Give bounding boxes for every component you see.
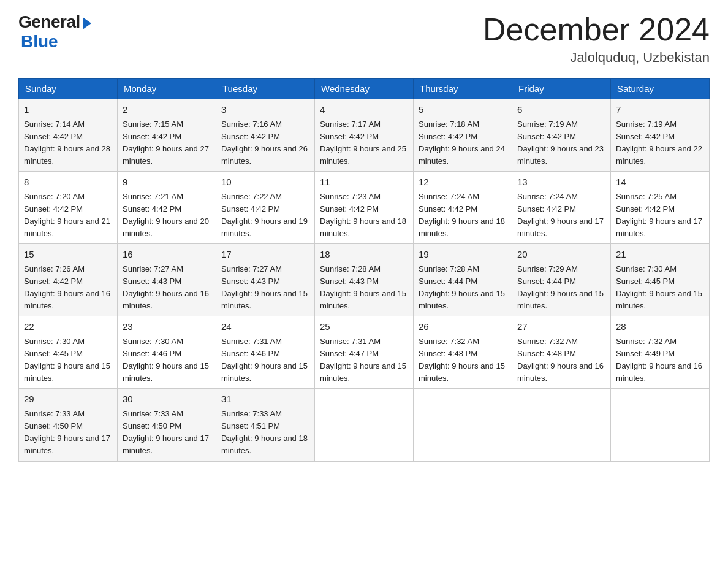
day-number: 26 (419, 320, 507, 334)
calendar-cell: 25 Sunrise: 7:31 AMSunset: 4:47 PMDaylig… (315, 316, 414, 389)
calendar-cell: 7 Sunrise: 7:19 AMSunset: 4:42 PMDayligh… (611, 99, 710, 172)
day-number: 24 (221, 320, 309, 334)
calendar-cell: 12 Sunrise: 7:24 AMSunset: 4:42 PMDaylig… (414, 172, 512, 244)
title-section: December 2024 Jalolquduq, Uzbekistan (483, 12, 710, 66)
calendar-cell: 28 Sunrise: 7:32 AMSunset: 4:49 PMDaylig… (611, 316, 710, 389)
day-info: Sunrise: 7:20 AMSunset: 4:42 PMDaylight:… (24, 192, 110, 238)
day-info: Sunrise: 7:31 AMSunset: 4:46 PMDaylight:… (221, 337, 308, 383)
calendar-cell: 31 Sunrise: 7:33 AMSunset: 4:51 PMDaylig… (216, 389, 315, 461)
day-number: 7 (616, 103, 704, 117)
logo: General Blue (18, 12, 91, 52)
week-row-5: 29 Sunrise: 7:33 AMSunset: 4:50 PMDaylig… (19, 389, 710, 461)
day-number: 30 (123, 393, 211, 407)
header-monday: Monday (118, 79, 216, 99)
day-info: Sunrise: 7:33 AMSunset: 4:50 PMDaylight:… (24, 409, 110, 455)
day-number: 20 (517, 248, 605, 262)
day-info: Sunrise: 7:23 AMSunset: 4:42 PMDaylight:… (320, 192, 406, 238)
logo-general-text: General (18, 12, 80, 32)
day-info: Sunrise: 7:17 AMSunset: 4:42 PMDaylight:… (320, 120, 406, 166)
calendar-cell: 20 Sunrise: 7:29 AMSunset: 4:44 PMDaylig… (512, 244, 611, 316)
day-number: 16 (123, 248, 211, 262)
header-thursday: Thursday (414, 79, 512, 99)
day-info: Sunrise: 7:31 AMSunset: 4:47 PMDaylight:… (320, 337, 406, 383)
header-friday: Friday (512, 79, 611, 99)
day-info: Sunrise: 7:33 AMSunset: 4:51 PMDaylight:… (221, 409, 308, 455)
calendar-table: SundayMondayTuesdayWednesdayThursdayFrid… (18, 78, 710, 461)
logo-arrow-icon (83, 17, 91, 29)
day-number: 28 (616, 320, 704, 334)
calendar-cell (315, 389, 414, 461)
day-number: 13 (517, 175, 605, 190)
header-row: SundayMondayTuesdayWednesdayThursdayFrid… (19, 79, 710, 99)
day-info: Sunrise: 7:30 AMSunset: 4:45 PMDaylight:… (616, 264, 702, 310)
day-number: 5 (419, 103, 507, 117)
day-number: 27 (517, 320, 605, 334)
calendar-cell: 14 Sunrise: 7:25 AMSunset: 4:42 PMDaylig… (611, 172, 710, 244)
day-info: Sunrise: 7:28 AMSunset: 4:43 PMDaylight:… (320, 264, 406, 310)
day-info: Sunrise: 7:16 AMSunset: 4:42 PMDaylight:… (221, 120, 308, 166)
day-info: Sunrise: 7:18 AMSunset: 4:42 PMDaylight:… (419, 120, 505, 166)
week-row-4: 22 Sunrise: 7:30 AMSunset: 4:45 PMDaylig… (19, 316, 710, 389)
calendar-cell: 11 Sunrise: 7:23 AMSunset: 4:42 PMDaylig… (315, 172, 414, 244)
day-number: 8 (24, 175, 112, 190)
calendar-cell: 27 Sunrise: 7:32 AMSunset: 4:48 PMDaylig… (512, 316, 611, 389)
week-row-1: 1 Sunrise: 7:14 AMSunset: 4:42 PMDayligh… (19, 99, 710, 172)
day-info: Sunrise: 7:14 AMSunset: 4:42 PMDaylight:… (24, 120, 110, 166)
calendar-cell: 15 Sunrise: 7:26 AMSunset: 4:42 PMDaylig… (19, 244, 118, 316)
day-info: Sunrise: 7:29 AMSunset: 4:44 PMDaylight:… (517, 264, 604, 310)
day-info: Sunrise: 7:30 AMSunset: 4:45 PMDaylight:… (24, 337, 110, 383)
day-info: Sunrise: 7:32 AMSunset: 4:49 PMDaylight:… (616, 337, 702, 383)
day-info: Sunrise: 7:24 AMSunset: 4:42 PMDaylight:… (419, 192, 505, 238)
day-info: Sunrise: 7:30 AMSunset: 4:46 PMDaylight:… (123, 337, 209, 383)
calendar-cell: 4 Sunrise: 7:17 AMSunset: 4:42 PMDayligh… (315, 99, 414, 172)
calendar-cell: 22 Sunrise: 7:30 AMSunset: 4:45 PMDaylig… (19, 316, 118, 389)
calendar-cell: 13 Sunrise: 7:24 AMSunset: 4:42 PMDaylig… (512, 172, 611, 244)
calendar-cell (414, 389, 512, 461)
day-info: Sunrise: 7:15 AMSunset: 4:42 PMDaylight:… (123, 120, 209, 166)
day-number: 2 (123, 103, 211, 117)
day-info: Sunrise: 7:32 AMSunset: 4:48 PMDaylight:… (419, 337, 505, 383)
day-number: 15 (24, 248, 112, 262)
day-number: 10 (221, 175, 309, 190)
day-info: Sunrise: 7:32 AMSunset: 4:48 PMDaylight:… (517, 337, 604, 383)
day-info: Sunrise: 7:27 AMSunset: 4:43 PMDaylight:… (221, 264, 308, 310)
day-info: Sunrise: 7:19 AMSunset: 4:42 PMDaylight:… (517, 120, 604, 166)
day-info: Sunrise: 7:24 AMSunset: 4:42 PMDaylight:… (517, 192, 604, 238)
calendar-cell: 2 Sunrise: 7:15 AMSunset: 4:42 PMDayligh… (118, 99, 216, 172)
calendar-cell: 30 Sunrise: 7:33 AMSunset: 4:50 PMDaylig… (118, 389, 216, 461)
day-info: Sunrise: 7:27 AMSunset: 4:43 PMDaylight:… (123, 264, 209, 310)
day-info: Sunrise: 7:33 AMSunset: 4:50 PMDaylight:… (123, 409, 209, 455)
location-title: Jalolquduq, Uzbekistan (483, 50, 710, 66)
day-number: 25 (320, 320, 408, 334)
calendar-cell: 6 Sunrise: 7:19 AMSunset: 4:42 PMDayligh… (512, 99, 611, 172)
day-number: 22 (24, 320, 112, 334)
day-number: 1 (24, 103, 112, 117)
calendar-cell: 18 Sunrise: 7:28 AMSunset: 4:43 PMDaylig… (315, 244, 414, 316)
day-info: Sunrise: 7:28 AMSunset: 4:44 PMDaylight:… (419, 264, 505, 310)
calendar-cell: 8 Sunrise: 7:20 AMSunset: 4:42 PMDayligh… (19, 172, 118, 244)
header-sunday: Sunday (19, 79, 118, 99)
header-wednesday: Wednesday (315, 79, 414, 99)
week-row-2: 8 Sunrise: 7:20 AMSunset: 4:42 PMDayligh… (19, 172, 710, 244)
calendar-cell (611, 389, 710, 461)
calendar-cell: 17 Sunrise: 7:27 AMSunset: 4:43 PMDaylig… (216, 244, 315, 316)
day-info: Sunrise: 7:26 AMSunset: 4:42 PMDaylight:… (24, 264, 110, 310)
day-number: 9 (123, 175, 211, 190)
logo-blue-text: Blue (21, 32, 58, 52)
calendar-cell: 23 Sunrise: 7:30 AMSunset: 4:46 PMDaylig… (118, 316, 216, 389)
week-row-3: 15 Sunrise: 7:26 AMSunset: 4:42 PMDaylig… (19, 244, 710, 316)
day-number: 19 (419, 248, 507, 262)
calendar-cell: 3 Sunrise: 7:16 AMSunset: 4:42 PMDayligh… (216, 99, 315, 172)
day-number: 31 (221, 393, 309, 407)
page-header: General Blue December 2024 Jalolquduq, U… (18, 12, 710, 66)
calendar-cell: 26 Sunrise: 7:32 AMSunset: 4:48 PMDaylig… (414, 316, 512, 389)
month-title: December 2024 (483, 12, 710, 47)
day-number: 18 (320, 248, 408, 262)
calendar-cell: 1 Sunrise: 7:14 AMSunset: 4:42 PMDayligh… (19, 99, 118, 172)
day-info: Sunrise: 7:19 AMSunset: 4:42 PMDaylight:… (616, 120, 702, 166)
day-info: Sunrise: 7:21 AMSunset: 4:42 PMDaylight:… (123, 192, 209, 238)
calendar-cell: 19 Sunrise: 7:28 AMSunset: 4:44 PMDaylig… (414, 244, 512, 316)
header-tuesday: Tuesday (216, 79, 315, 99)
calendar-cell: 9 Sunrise: 7:21 AMSunset: 4:42 PMDayligh… (118, 172, 216, 244)
day-info: Sunrise: 7:25 AMSunset: 4:42 PMDaylight:… (616, 192, 702, 238)
